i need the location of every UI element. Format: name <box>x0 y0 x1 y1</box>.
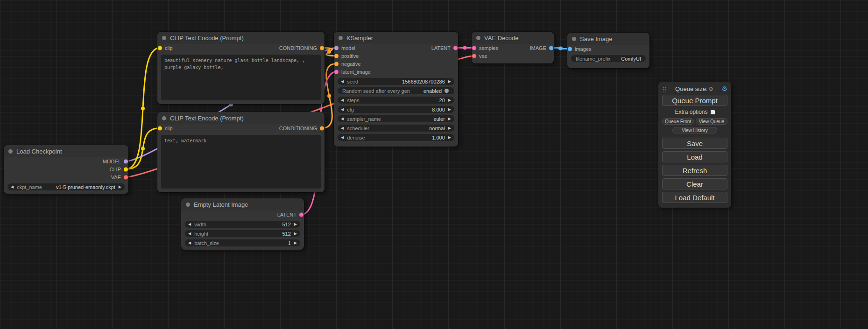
decrement-arrow-icon[interactable]: ◀ <box>188 223 191 226</box>
widget-label: cfg <box>347 107 354 112</box>
widget-scheduler[interactable]: ◀ scheduler normal ▶ <box>338 125 454 132</box>
decrement-arrow-icon[interactable]: ◀ <box>188 241 191 245</box>
port-clip-output[interactable] <box>124 167 128 171</box>
port-latent-output[interactable] <box>299 212 303 217</box>
node-header[interactable]: CLIP Text Encode (Prompt) <box>157 32 325 44</box>
decrement-arrow-icon[interactable]: ◀ <box>11 185 14 189</box>
port-clip-input[interactable] <box>158 46 162 50</box>
queue-size-label: Queue size: 0 <box>669 85 719 92</box>
node-ksampler[interactable]: KSampler model LATENT positive negative <box>334 32 458 147</box>
node-header[interactable]: Empty Latent Image <box>181 198 304 210</box>
widget-height[interactable]: ◀ height 512 ▶ <box>185 230 300 237</box>
node-save-image[interactable]: Save Image images filename_prefix ComfyU… <box>567 33 649 68</box>
increment-arrow-icon[interactable]: ▶ <box>294 241 297 245</box>
queue-prompt-button[interactable]: Queue Prompt <box>662 95 727 106</box>
widget-random-seed-toggle[interactable]: Random seed after every gen enabled <box>338 87 454 94</box>
widget-value: 512 <box>282 222 290 227</box>
port-negative-input[interactable] <box>334 62 339 66</box>
collapse-dot-icon[interactable] <box>162 36 166 40</box>
increment-arrow-icon[interactable]: ▶ <box>448 117 451 121</box>
collapse-dot-icon[interactable] <box>572 37 576 41</box>
port-images-input[interactable] <box>568 47 572 51</box>
increment-arrow-icon[interactable]: ▶ <box>448 98 451 102</box>
node-header[interactable]: CLIP Text Encode (Prompt) <box>157 112 325 124</box>
node-header[interactable]: KSampler <box>334 32 458 44</box>
widget-width[interactable]: ◀ width 512 ▶ <box>185 221 300 228</box>
view-queue-button[interactable]: View Queue <box>696 118 727 125</box>
extra-options-checkbox[interactable] <box>711 110 715 114</box>
widget-label: batch_size <box>194 240 219 246</box>
node-vae-decode[interactable]: VAE Decode samples IMAGE vae <box>472 32 554 63</box>
port-vae-output[interactable] <box>124 175 128 179</box>
increment-arrow-icon[interactable]: ▶ <box>448 80 451 84</box>
widget-seed[interactable]: ◀ seed 156680208700286 ▶ <box>338 78 454 85</box>
widget-value: v1-5-pruned-emaonly.ckpt <box>56 184 115 190</box>
toggle-dot-icon[interactable] <box>445 89 449 93</box>
widget-denoise[interactable]: ◀ denoise 1.000 ▶ <box>338 134 454 141</box>
port-latent-image-input[interactable] <box>334 70 339 74</box>
collapse-dot-icon[interactable] <box>339 36 343 40</box>
input-label-positive: positive <box>341 53 359 59</box>
node-header[interactable]: VAE Decode <box>472 32 554 44</box>
increment-arrow-icon[interactable]: ▶ <box>294 223 297 226</box>
collapse-dot-icon[interactable] <box>186 203 190 207</box>
port-conditioning-output[interactable] <box>320 46 324 50</box>
output-label-latent: LATENT <box>431 45 451 51</box>
load-button[interactable]: Load <box>662 151 727 162</box>
decrement-arrow-icon[interactable]: ◀ <box>341 136 344 140</box>
settings-gear-icon[interactable]: ⚙ <box>721 85 727 92</box>
widget-sampler-name[interactable]: ◀ sampler_name euler ▶ <box>338 115 454 122</box>
refresh-button[interactable]: Refresh <box>662 165 727 176</box>
collapse-dot-icon[interactable] <box>476 36 480 40</box>
port-image-output[interactable] <box>549 46 553 50</box>
load-default-button[interactable]: Load Default <box>662 192 727 203</box>
input-label-clip: clip <box>165 45 173 51</box>
save-button[interactable]: Save <box>662 138 727 149</box>
widget-ckpt-name[interactable]: ◀ ckpt_name v1-5-pruned-emaonly.ckpt ▶ <box>7 183 125 190</box>
output-label-conditioning: CONDITIONING <box>279 126 317 131</box>
node-header[interactable]: Load Checkpoint <box>4 145 128 157</box>
widget-steps[interactable]: ◀ steps 20 ▶ <box>338 97 454 104</box>
increment-arrow-icon[interactable]: ▶ <box>294 232 297 236</box>
input-label-vae: vae <box>479 53 487 59</box>
port-vae-input[interactable] <box>472 54 476 58</box>
port-positive-input[interactable] <box>334 54 339 58</box>
positive-prompt-textarea[interactable]: beautiful scenery nature glass bottle la… <box>161 55 321 100</box>
decrement-arrow-icon[interactable]: ◀ <box>188 232 191 236</box>
widget-value: normal <box>429 126 445 131</box>
decrement-arrow-icon[interactable]: ◀ <box>341 117 344 121</box>
widget-label: scheduler <box>347 126 369 131</box>
node-load-checkpoint[interactable]: Load Checkpoint MODEL CLIP VAE ◀ ckpt_na… <box>4 145 128 194</box>
collapse-dot-icon[interactable] <box>162 116 166 120</box>
node-header[interactable]: Save Image <box>567 33 649 45</box>
widget-cfg[interactable]: ◀ cfg 8.000 ▶ <box>338 106 454 113</box>
node-title: Empty Latent Image <box>194 201 248 208</box>
widget-label: seed <box>347 79 358 84</box>
port-samples-input[interactable] <box>472 46 476 50</box>
port-model-output[interactable] <box>124 159 128 163</box>
decrement-arrow-icon[interactable]: ◀ <box>341 108 344 112</box>
port-latent-output[interactable] <box>453 46 458 50</box>
node-clip-text-encode-positive[interactable]: CLIP Text Encode (Prompt) clip CONDITION… <box>157 32 325 104</box>
increment-arrow-icon[interactable]: ▶ <box>448 108 451 112</box>
increment-arrow-icon[interactable]: ▶ <box>119 185 121 189</box>
increment-arrow-icon[interactable]: ▶ <box>448 126 451 130</box>
clear-button[interactable]: Clear <box>662 178 727 189</box>
port-model-input[interactable] <box>334 46 339 50</box>
queue-front-button[interactable]: Queue Front <box>662 118 694 125</box>
increment-arrow-icon[interactable]: ▶ <box>448 136 451 140</box>
port-conditioning-output[interactable] <box>320 126 324 130</box>
collapse-dot-icon[interactable] <box>8 149 13 154</box>
node-graph-canvas[interactable]: Load Checkpoint MODEL CLIP VAE ◀ ckpt_na… <box>0 0 868 329</box>
port-clip-input[interactable] <box>158 126 162 130</box>
decrement-arrow-icon[interactable]: ◀ <box>341 126 344 130</box>
widget-batch-size[interactable]: ◀ batch_size 1 ▶ <box>185 239 300 246</box>
view-history-button[interactable]: View History <box>672 127 717 133</box>
decrement-arrow-icon[interactable]: ◀ <box>341 98 344 102</box>
drag-handle-icon[interactable] <box>662 86 666 91</box>
negative-prompt-textarea[interactable]: text, watermark <box>161 135 321 189</box>
decrement-arrow-icon[interactable]: ◀ <box>341 80 344 84</box>
node-empty-latent-image[interactable]: Empty Latent Image LATENT ◀ width 512 ▶ … <box>181 198 304 250</box>
widget-filename-prefix[interactable]: filename_prefix ComfyUI <box>571 55 646 62</box>
node-clip-text-encode-negative[interactable]: CLIP Text Encode (Prompt) clip CONDITION… <box>157 112 325 192</box>
